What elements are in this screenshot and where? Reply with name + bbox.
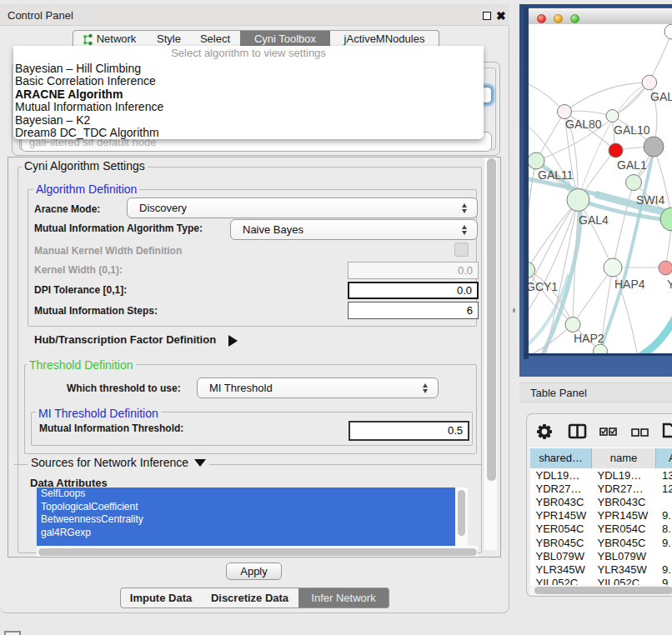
svg-text:GAL10: GAL10 [614,123,650,137]
svg-text:HAP2: HAP2 [574,332,604,345]
svg-text:GAL4: GAL4 [579,213,609,227]
svg-text:GAL80: GAL80 [565,118,602,131]
svg-text:Y: Y [667,278,672,291]
svg-text:GAL3: GAL3 [650,90,672,103]
svg-text:GAL1: GAL1 [617,158,647,172]
svg-text:GCY1: GCY1 [529,280,558,293]
svg-text:GAL11: GAL11 [538,168,574,182]
svg-text:SWI4: SWI4 [636,193,664,207]
svg-text:HAP4: HAP4 [614,278,645,291]
